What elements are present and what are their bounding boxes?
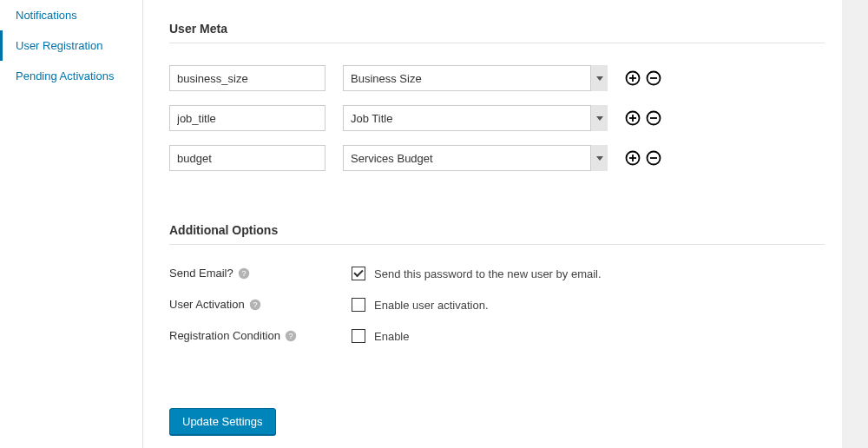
option-control: Enable user activation. [352, 298, 489, 312]
meta-row [169, 105, 825, 131]
option-row-registration-condition: Registration Condition ? Enable [169, 329, 825, 343]
meta-field-select-wrap [343, 145, 608, 171]
help-icon[interactable]: ? [238, 267, 250, 280]
user-activation-checkbox[interactable] [352, 298, 365, 312]
option-label: Registration Condition ? [169, 329, 352, 342]
divider [169, 244, 825, 245]
remove-row-icon[interactable] [646, 70, 661, 86]
meta-key-input[interactable] [169, 65, 326, 91]
update-settings-button[interactable]: Update Settings [169, 408, 276, 435]
meta-field-select-wrap [343, 105, 608, 131]
meta-field-select[interactable] [343, 65, 608, 91]
option-control: Enable [352, 329, 409, 343]
label-text: User Activation [169, 298, 245, 311]
label-text: Send Email? [169, 267, 233, 280]
row-actions [625, 70, 661, 86]
label-text: Registration Condition [169, 329, 280, 342]
option-label: Send Email? ? [169, 267, 352, 280]
svg-text:?: ? [241, 269, 246, 278]
sidebar-item-notifications[interactable]: Notifications [0, 0, 142, 30]
checkbox-label: Enable user activation. [374, 299, 489, 312]
sidebar: Notifications User Registration Pending … [0, 0, 143, 448]
checkbox-label: Send this password to the new user by em… [374, 267, 602, 280]
option-label: User Activation ? [169, 298, 352, 311]
sidebar-item-user-registration[interactable]: User Registration [0, 30, 142, 61]
divider [169, 43, 825, 43]
svg-text:?: ? [288, 332, 293, 340]
registration-condition-checkbox[interactable] [352, 329, 365, 343]
meta-field-select[interactable] [343, 105, 608, 131]
meta-key-input[interactable] [169, 145, 326, 171]
meta-field-select[interactable] [343, 145, 608, 171]
section-title-additional: Additional Options [169, 223, 825, 237]
remove-row-icon[interactable] [646, 150, 661, 166]
option-control: Send this password to the new user by em… [352, 267, 602, 280]
add-row-icon[interactable] [625, 110, 641, 126]
help-icon[interactable]: ? [285, 330, 297, 342]
option-row-user-activation: User Activation ? Enable user activation… [169, 298, 825, 312]
help-icon[interactable]: ? [249, 299, 261, 311]
add-row-icon[interactable] [625, 70, 641, 86]
meta-key-input[interactable] [169, 105, 326, 131]
checkbox-label: Enable [374, 330, 409, 343]
meta-row [169, 145, 825, 171]
remove-row-icon[interactable] [646, 110, 661, 126]
option-row-send-email: Send Email? ? Send this password to the … [169, 267, 825, 280]
meta-field-select-wrap [343, 65, 608, 91]
main-panel: User Meta [143, 0, 842, 448]
svg-text:?: ? [253, 300, 257, 309]
row-actions [625, 110, 661, 126]
add-row-icon[interactable] [625, 150, 641, 166]
send-email-checkbox[interactable] [352, 267, 365, 280]
section-title-user-meta: User Meta [169, 22, 825, 36]
sidebar-item-pending-activations[interactable]: Pending Activations [0, 61, 142, 91]
meta-row [169, 65, 825, 91]
row-actions [625, 150, 661, 166]
